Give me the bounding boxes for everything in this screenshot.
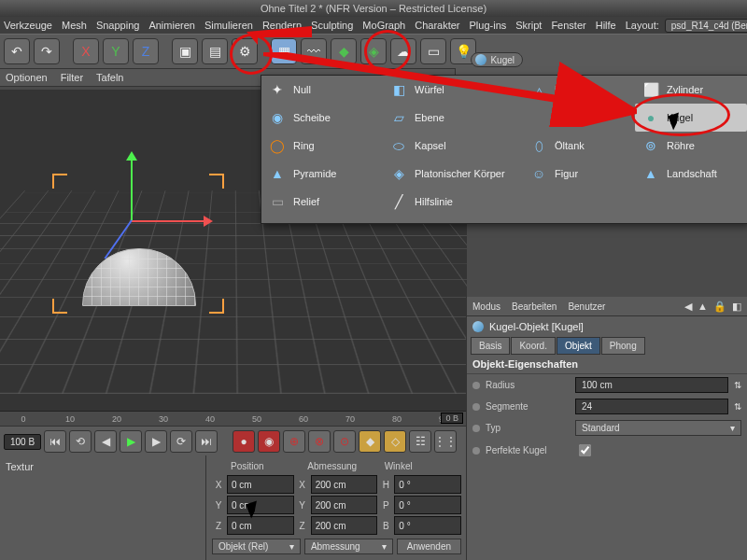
add-environment-button[interactable]: ☁ [390, 38, 416, 64]
apply-button[interactable]: Anwenden [397, 539, 461, 554]
vp-panels[interactable]: Tafeln [96, 72, 123, 83]
play-button[interactable]: ▶ [120, 430, 142, 453]
prim-relief[interactable]: ▭Relief [261, 188, 383, 216]
vp-filter[interactable]: Filter [61, 72, 83, 83]
object-manager-item-kugel[interactable]: Kugel [471, 52, 523, 67]
attr-user[interactable]: Benutzer [568, 301, 605, 312]
attr-mode[interactable]: Modus [472, 301, 500, 312]
axis-y-icon[interactable]: Y [103, 38, 129, 64]
add-spline-button[interactable]: 〰 [301, 38, 327, 64]
key-rot-button[interactable]: ⊙ [333, 430, 356, 453]
gizmo-y-axis[interactable] [131, 155, 133, 220]
prim-oiltank[interactable]: ⬯Öltank [523, 132, 635, 160]
prim-plane[interactable]: ▱Ebene [383, 104, 523, 132]
menu-plugins[interactable]: Plug-ins [470, 20, 507, 31]
new-window-icon[interactable]: ◧ [732, 301, 741, 313]
menu-mesh[interactable]: Mesh [62, 20, 87, 31]
type-dropdown[interactable]: Standard▾ [575, 420, 741, 436]
gizmo-x-axis[interactable] [131, 220, 205, 222]
prim-capsule[interactable]: ⬭Kapsel [383, 132, 523, 160]
nav-up-icon[interactable]: ▲ [698, 301, 708, 313]
next-frame-button[interactable]: ▶ [145, 430, 167, 453]
spinner-icon[interactable]: ⇅ [734, 401, 741, 412]
key-param-button[interactable]: ◆ [359, 430, 381, 453]
layout-selector[interactable]: psd_R14_c4d (Benutze [665, 19, 747, 33]
prim-cube[interactable]: ◧Würfel [383, 76, 523, 104]
pos-x-field[interactable] [227, 475, 294, 494]
record-button[interactable]: ● [233, 430, 255, 453]
key-pla-button[interactable]: ◇ [384, 430, 406, 453]
axis-z-icon[interactable]: Z [133, 38, 159, 64]
prim-cone[interactable]: ▵Kegel [523, 76, 635, 104]
add-primitive-button[interactable]: ▦ [271, 38, 297, 64]
menu-animate[interactable]: Animieren [148, 20, 195, 31]
goto-start-button[interactable]: ⏮ [44, 430, 66, 453]
vp-options[interactable]: Optionen [6, 72, 48, 83]
anim-dot-icon[interactable] [472, 382, 480, 389]
tab-objekt[interactable]: Objekt [557, 337, 600, 355]
key-pos-button[interactable]: ⊕ [283, 430, 305, 453]
menu-sculpting[interactable]: Sculpting [311, 20, 353, 31]
menu-window[interactable]: Fenster [551, 20, 585, 31]
add-generator-button[interactable]: ◆ [331, 38, 357, 64]
prim-sphere[interactable]: ●Kugel [635, 104, 747, 132]
nav-back-icon[interactable]: ◀ [684, 301, 692, 313]
prim-disc[interactable]: ◉Scheibe [261, 104, 383, 132]
tab-phong[interactable]: Phong [601, 337, 645, 355]
anim-dot-icon[interactable] [472, 403, 480, 411]
ang-h-field[interactable] [394, 475, 461, 494]
menu-help[interactable]: Hilfe [596, 20, 616, 31]
add-camera-button[interactable]: ▭ [420, 38, 446, 64]
dim-x-field[interactable] [311, 475, 378, 494]
dim-y-field[interactable] [311, 496, 378, 514]
redo-button[interactable]: ↷ [34, 38, 60, 64]
pos-y-field[interactable] [227, 496, 294, 514]
key-options-button[interactable]: ☷ [409, 430, 431, 453]
menu-render[interactable]: Rendern [262, 20, 302, 31]
prim-tube[interactable]: ⊚Röhre [635, 132, 747, 160]
key-scale-button[interactable]: ⊗ [308, 430, 331, 453]
tab-basis[interactable]: Basis [471, 337, 510, 355]
prev-key-button[interactable]: ⟲ [69, 430, 92, 453]
menu-mograph[interactable]: MoGraph [362, 20, 405, 31]
prim-figure[interactable]: ☺Figur [523, 160, 635, 188]
prim-landscape[interactable]: ▲Landschaft [635, 160, 747, 188]
dim-z-field[interactable] [311, 516, 378, 535]
prim-pyramid[interactable]: ▲Pyramide [261, 160, 383, 188]
render-view-button[interactable]: ▣ [172, 38, 198, 64]
anim-dot-icon[interactable] [472, 447, 480, 455]
menu-simulate[interactable]: Simulieren [204, 20, 253, 31]
lock-icon[interactable]: 🔒 [713, 301, 726, 313]
render-settings-button[interactable]: ⚙ [232, 38, 258, 64]
ang-p-field[interactable] [394, 496, 461, 514]
attr-edit[interactable]: Bearbeiten [512, 301, 557, 312]
undo-button[interactable]: ↶ [4, 38, 30, 64]
prim-torus[interactable]: ◯Ring [261, 132, 383, 160]
next-key-button[interactable]: ⟳ [170, 430, 192, 453]
coord-size-dropdown[interactable]: Abmessung▾ [304, 539, 393, 554]
prim-null[interactable]: ✦Null [261, 76, 383, 104]
segments-field[interactable]: 24 [575, 399, 728, 414]
ang-b-field[interactable] [394, 516, 461, 535]
prim-guide[interactable]: ╱Hilfslinie [383, 188, 523, 216]
pos-z-field[interactable] [227, 516, 294, 535]
menu-tools[interactable]: Verkzeuge [4, 20, 52, 31]
render-region-button[interactable]: ▤ [202, 38, 228, 64]
menu-character[interactable]: Charakter [415, 20, 459, 31]
menu-script[interactable]: Skript [515, 20, 542, 31]
end-frame-field[interactable]: 100 B [4, 434, 41, 450]
radius-field[interactable]: 100 cm [575, 377, 728, 393]
menu-snapping[interactable]: Snapping [96, 20, 140, 31]
tab-koord[interactable]: Koord. [511, 337, 555, 355]
timeline-ruler[interactable]: 01020 304050 607080 90 0 B [0, 411, 467, 427]
autokey-button[interactable]: ◉ [258, 430, 280, 453]
prim-cylinder[interactable]: ⬜Zylinder [635, 76, 747, 104]
prev-frame-button[interactable]: ◀ [94, 430, 117, 453]
prim-platonic[interactable]: ◈Platonischer Körper [383, 160, 523, 188]
anim-dot-icon[interactable] [472, 425, 480, 432]
key-options2-button[interactable]: ⋮⋮ [434, 430, 457, 453]
add-deformer-button[interactable]: ◈ [360, 38, 387, 64]
axis-x-icon[interactable]: X [73, 38, 99, 64]
goto-end-button[interactable]: ⏭ [195, 430, 218, 453]
perfect-sphere-checkbox[interactable] [579, 444, 591, 456]
